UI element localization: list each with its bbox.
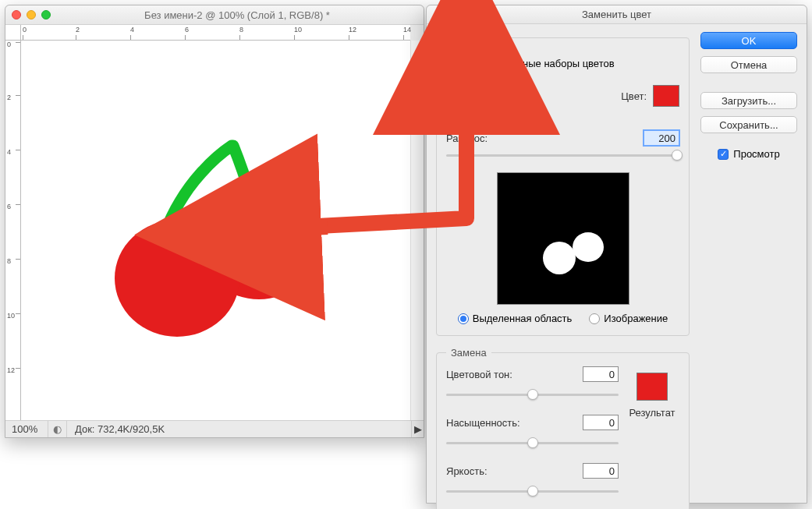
sample-color-swatch[interactable] xyxy=(653,85,679,107)
lightness-input[interactable] xyxy=(583,463,619,479)
fuzziness-label: Разброс: xyxy=(446,133,488,144)
replacement-legend: Замена xyxy=(446,347,491,359)
selection-preview[interactable] xyxy=(497,172,629,305)
eyedropper-minus-icon xyxy=(497,94,511,108)
lightness-slider[interactable] xyxy=(446,483,619,499)
ruler-origin[interactable] xyxy=(5,25,21,41)
eyedropper-tool[interactable] xyxy=(446,91,468,111)
save-button[interactable]: Сохранить... xyxy=(700,116,797,133)
ruler-horizontal[interactable]: 0 2 4 6 8 10 12 14 xyxy=(21,25,410,41)
cancel-button[interactable]: Отмена xyxy=(700,56,797,73)
document-window: Без имени-2 @ 100% (Слой 1, RGB/8) * 0 2… xyxy=(5,5,424,438)
status-expose-icon[interactable]: ◐ xyxy=(48,421,67,437)
lightness-label: Яркость: xyxy=(446,465,532,477)
window-controls xyxy=(12,10,51,19)
eyedropper-icon xyxy=(450,94,464,108)
cherry-artwork xyxy=(21,41,410,420)
titlebar: Без имени-2 @ 100% (Слой 1, RGB/8) * xyxy=(5,5,424,25)
selection-legend: Выделение xyxy=(446,32,509,44)
hue-label: Цветовой тон: xyxy=(446,369,532,380)
document-title: Без имени-2 @ 100% (Слой 1, RGB/8) * xyxy=(57,9,417,21)
preview-label: Просмотр xyxy=(733,148,779,160)
ok-button[interactable]: OK xyxy=(700,32,797,49)
minimize-window-button[interactable] xyxy=(27,10,36,19)
preview-checkbox[interactable] xyxy=(718,149,729,160)
saturation-label: Насыщенность: xyxy=(446,417,532,429)
load-button[interactable]: Загрузить... xyxy=(700,92,797,109)
canvas[interactable] xyxy=(21,41,410,420)
svg-point-1 xyxy=(115,220,239,337)
result-color-swatch[interactable] xyxy=(636,373,668,401)
eyedropper-add-tool[interactable] xyxy=(470,91,491,111)
doc-size-label: Док: 732,4K/920,5K xyxy=(67,423,172,435)
localized-sets-label: Локализованные наборы цветов xyxy=(462,58,615,69)
eyedropper-plus-icon xyxy=(473,94,488,108)
dialog-title: Заменить цвет xyxy=(427,5,807,24)
saturation-input[interactable] xyxy=(583,415,619,430)
radio-selection[interactable]: Выделенная область xyxy=(458,313,573,324)
hue-slider[interactable] xyxy=(446,387,619,402)
radio-image[interactable]: Изображение xyxy=(589,313,668,324)
saturation-slider[interactable] xyxy=(446,435,619,451)
replacement-group: Замена Цветовой тон: Насыщенность: Яркос… xyxy=(436,347,690,509)
status-menu-arrow[interactable]: ▶ xyxy=(411,421,424,437)
hue-input[interactable] xyxy=(583,366,619,382)
result-label: Результат xyxy=(625,407,679,419)
close-window-button[interactable] xyxy=(12,10,21,19)
fuzziness-slider[interactable] xyxy=(446,147,679,163)
status-bar: 100% ◐ Док: 732,4K/920,5K ▶ xyxy=(5,420,424,437)
replace-color-dialog: Заменить цвет Выделение Локализованные н… xyxy=(426,5,807,504)
selection-group: Выделение Локализованные наборы цветов xyxy=(436,32,690,336)
color-label: Цвет: xyxy=(621,90,647,102)
localized-sets-checkbox[interactable] xyxy=(446,58,457,69)
eyedropper-subtract-tool[interactable] xyxy=(493,91,515,111)
zoom-level[interactable]: 100% xyxy=(5,421,48,437)
zoom-window-button[interactable] xyxy=(41,10,51,19)
fuzziness-input[interactable] xyxy=(644,130,679,146)
ruler-vertical[interactable]: 0 2 4 6 8 10 12 xyxy=(5,41,21,420)
vertical-scrollbar[interactable] xyxy=(410,41,424,420)
